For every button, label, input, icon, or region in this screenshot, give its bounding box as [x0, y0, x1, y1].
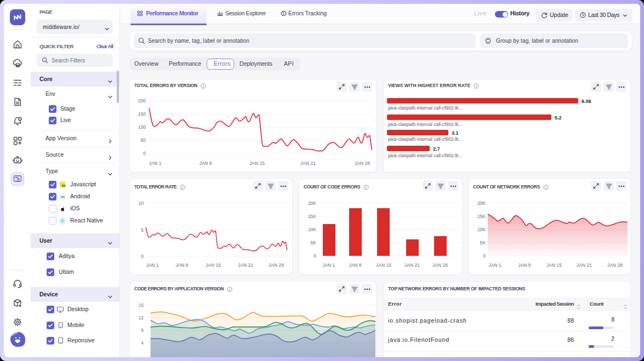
svg-text:16: 16 — [139, 302, 144, 308]
svg-text:5.2: 5.2 — [555, 115, 562, 121]
svg-text:JAN 8: JAN 8 — [349, 262, 361, 268]
svg-text:0: 0 — [483, 253, 486, 259]
svg-text:2.7: 2.7 — [433, 146, 440, 152]
svg-text:JAN 1: JAN 1 — [322, 262, 335, 268]
svg-text:12: 12 — [139, 315, 144, 320]
svg-text:15K: 15K — [308, 214, 316, 219]
svg-text:5K: 5K — [311, 240, 317, 245]
svg-text:50: 50 — [141, 137, 146, 143]
svg-text:15K: 15K — [477, 214, 486, 219]
svg-text:JAN 15: JAN 15 — [249, 161, 265, 166]
svg-text:JAN 8: JAN 8 — [518, 262, 531, 268]
svg-text:JAN 28: JAN 28 — [432, 262, 448, 268]
svg-text:100: 100 — [138, 124, 146, 130]
svg-text:java-claspath-internal call-cf: java-claspath-internal call-cf902-lk... — [387, 105, 463, 111]
svg-text:java-claspath-internal call-cf: java-claspath-internal call-cf902-lk... — [387, 136, 463, 142]
svg-text:JAN 8: JAN 8 — [175, 262, 188, 268]
svg-text:JAN 15: JAN 15 — [206, 262, 221, 268]
svg-text:10: 10 — [139, 200, 144, 206]
svg-text:10K: 10K — [477, 227, 486, 232]
svg-text:JAN 15: JAN 15 — [376, 262, 391, 268]
svg-text:JAN 8: JAN 8 — [199, 161, 212, 166]
svg-text:JAN 28: JAN 28 — [607, 262, 623, 268]
svg-text:JAN 28: JAN 28 — [355, 161, 370, 166]
svg-text:JAN 28: JAN 28 — [269, 262, 284, 268]
svg-text:3.1: 3.1 — [452, 130, 459, 136]
svg-text:JAN 21: JAN 21 — [404, 262, 420, 268]
svg-text:20K: 20K — [477, 200, 486, 206]
svg-text:20K: 20K — [308, 200, 316, 206]
svg-text:10K: 10K — [308, 227, 316, 232]
svg-text:java-claspath-internal call-cf: java-claspath-internal call-cf902-lk... — [387, 153, 463, 158]
svg-text:4: 4 — [141, 340, 144, 346]
svg-text:JAN 1: JAN 1 — [149, 161, 161, 166]
svg-text:0: 0 — [141, 254, 144, 259]
svg-text:150: 150 — [138, 111, 146, 117]
svg-text:8: 8 — [141, 328, 144, 333]
svg-text:5K: 5K — [480, 240, 486, 245]
svg-text:JAN 1: JAN 1 — [488, 262, 501, 268]
svg-text:0: 0 — [314, 253, 316, 259]
svg-text:0: 0 — [143, 151, 146, 156]
svg-text:5: 5 — [141, 227, 144, 233]
svg-text:JAN 1: JAN 1 — [146, 262, 158, 268]
svg-text:200: 200 — [138, 98, 146, 104]
svg-text:6.06: 6.06 — [582, 99, 591, 104]
svg-text:java-claspath-internal call-cf: java-claspath-internal call-cf902-lk... — [387, 122, 463, 127]
svg-text:JAN 21: JAN 21 — [238, 262, 253, 268]
svg-text:JAN 21: JAN 21 — [577, 262, 592, 268]
svg-text:JAN 21: JAN 21 — [300, 161, 316, 166]
svg-text:JAN 15: JAN 15 — [546, 262, 562, 268]
